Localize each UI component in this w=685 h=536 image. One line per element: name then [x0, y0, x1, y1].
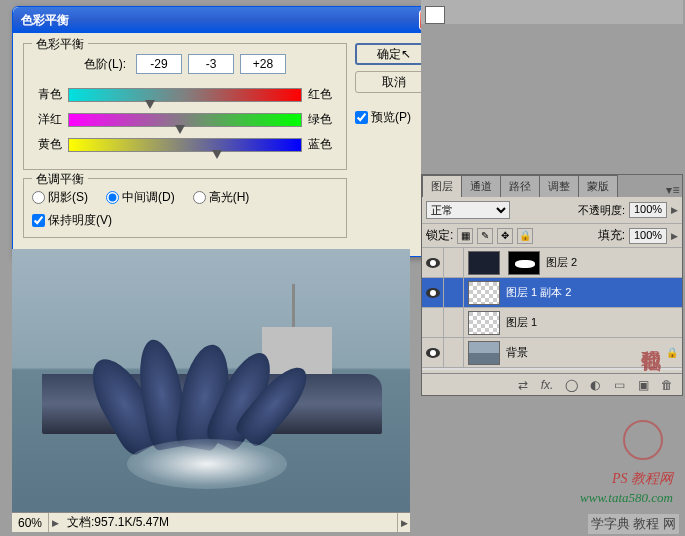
slider-thumb[interactable] [145, 100, 155, 109]
dialog-title: 色彩平衡 [21, 12, 419, 29]
watermark-seal [623, 420, 663, 460]
layer-row[interactable]: 背景 🔒 [422, 338, 682, 368]
tab-layers[interactable]: 图层 [422, 175, 462, 197]
watermark-url: www.tata580.com [580, 490, 673, 506]
layer-options-row: 正常 不透明度: 100% ▶ [422, 197, 682, 224]
tab-masks[interactable]: 蒙版 [578, 175, 618, 197]
layer-row[interactable]: 图层 1 副本 2 [422, 278, 682, 308]
level-input-1[interactable] [136, 54, 182, 74]
info-arrow-icon[interactable]: ▶ [398, 518, 410, 528]
label-yellow: 黄色 [32, 136, 62, 153]
layer-thumb[interactable] [468, 311, 500, 335]
watermark-ps: PS 教程网 [612, 470, 673, 488]
lock-label: 锁定: [426, 227, 453, 244]
visibility-eye-icon[interactable] [426, 348, 440, 358]
tab-channels[interactable]: 通道 [461, 175, 501, 197]
slider-yellow-blue[interactable] [68, 138, 302, 152]
layers-list: 图层 2 图层 1 副本 2 图层 1 背景 🔒 [422, 248, 682, 370]
layer-name[interactable]: 图层 1 [504, 315, 682, 330]
layer-thumb[interactable] [468, 281, 500, 305]
lock-badge-icon: 🔒 [666, 347, 678, 358]
layers-panel: 图层 通道 路径 调整 蒙版 ▾≡ 正常 不透明度: 100% ▶ 锁定: ▦ … [421, 174, 683, 396]
panel-menu-icon[interactable]: ▾≡ [664, 183, 682, 197]
visibility-eye-icon[interactable] [426, 288, 440, 298]
fill-value[interactable]: 100% [629, 228, 667, 244]
new-layer-icon[interactable]: ▣ [632, 376, 654, 394]
watermark-bottom: 学字典 教程 网 [588, 514, 679, 534]
color-balance-dialog: 色彩平衡 ✕ 色彩平衡 色阶(L): 青色 红色 洋红 [12, 6, 444, 257]
dialog-titlebar[interactable]: 色彩平衡 ✕ [13, 7, 443, 33]
radio-midtones[interactable]: 中间调(D) [106, 189, 175, 206]
label-blue: 蓝色 [308, 136, 338, 153]
fill-label: 填充: [598, 227, 625, 244]
layer-thumb[interactable] [468, 251, 500, 275]
lock-row: 锁定: ▦ ✎ ✥ 🔒 填充: 100% ▶ [422, 224, 682, 248]
lock-position-icon[interactable]: ✥ [497, 228, 513, 244]
trash-icon[interactable]: 🗑 [656, 376, 678, 394]
opacity-arrow-icon[interactable]: ▶ [671, 205, 678, 215]
label-red: 红色 [308, 86, 338, 103]
document-canvas[interactable] [12, 249, 410, 512]
tab-adjustments[interactable]: 调整 [539, 175, 579, 197]
level-input-3[interactable] [240, 54, 286, 74]
layer-name[interactable]: 图层 1 副本 2 [504, 285, 682, 300]
panel-tabs: 图层 通道 路径 调整 蒙版 ▾≡ [422, 175, 682, 197]
fill-arrow-icon[interactable]: ▶ [671, 231, 678, 241]
zoom-arrow-icon[interactable]: ▶ [49, 518, 61, 528]
layer-name[interactable]: 背景 [504, 345, 666, 360]
slider-cyan-red[interactable] [68, 88, 302, 102]
levels-label: 色阶(L): [84, 56, 126, 73]
lock-all-icon[interactable]: 🔒 [517, 228, 533, 244]
checkbox-preserve-luminosity[interactable]: 保持明度(V) [32, 212, 338, 229]
slider-thumb[interactable] [175, 125, 185, 134]
adjustment-layer-icon[interactable]: ◐ [584, 376, 606, 394]
group-title-balance: 色彩平衡 [32, 36, 88, 53]
doc-size: 文档:957.1K/5.47M [61, 513, 398, 532]
tab-paths[interactable]: 路径 [500, 175, 540, 197]
options-bar [421, 0, 683, 24]
opacity-value[interactable]: 100% [629, 202, 667, 218]
fx-icon[interactable]: fx. [536, 376, 558, 394]
link-layers-icon[interactable]: ⇄ [512, 376, 534, 394]
radio-shadows[interactable]: 阴影(S) [32, 189, 88, 206]
tone-balance-group: 色调平衡 阴影(S) 中间调(D) 高光(H) 保持明度(V) [23, 178, 347, 238]
group-title-tone: 色调平衡 [32, 171, 88, 188]
label-magenta: 洋红 [32, 111, 62, 128]
panels-area: 图层 通道 路径 调整 蒙版 ▾≡ 正常 不透明度: 100% ▶ 锁定: ▦ … [421, 0, 683, 536]
level-input-2[interactable] [188, 54, 234, 74]
group-icon[interactable]: ▭ [608, 376, 630, 394]
radio-highlights[interactable]: 高光(H) [193, 189, 250, 206]
label-green: 绿色 [308, 111, 338, 128]
lock-pixels-icon[interactable]: ✎ [477, 228, 493, 244]
mask-thumb[interactable] [508, 251, 540, 275]
canvas-image [12, 249, 410, 512]
lock-transparency-icon[interactable]: ▦ [457, 228, 473, 244]
zoom-level[interactable]: 60% [12, 513, 49, 532]
opacity-label: 不透明度: [578, 203, 625, 218]
blend-mode-select[interactable]: 正常 [426, 201, 510, 219]
mask-icon[interactable]: ◯ [560, 376, 582, 394]
cursor-icon: ↖ [401, 47, 411, 61]
status-bar: 60% ▶ 文档:957.1K/5.47M ▶ [12, 512, 410, 532]
layers-footer: ⇄ fx. ◯ ◐ ▭ ▣ 🗑 [422, 373, 682, 395]
layer-row[interactable]: 图层 2 [422, 248, 682, 278]
layer-name[interactable]: 图层 2 [544, 255, 682, 270]
slider-thumb[interactable] [212, 150, 222, 159]
slider-magenta-green[interactable] [68, 113, 302, 127]
layer-row[interactable]: 图层 1 [422, 308, 682, 338]
visibility-eye-icon[interactable] [426, 258, 440, 268]
label-cyan: 青色 [32, 86, 62, 103]
color-balance-group: 色彩平衡 色阶(L): 青色 红色 洋红 绿色 [23, 43, 347, 170]
swatch[interactable] [425, 6, 445, 24]
layer-thumb[interactable] [468, 341, 500, 365]
